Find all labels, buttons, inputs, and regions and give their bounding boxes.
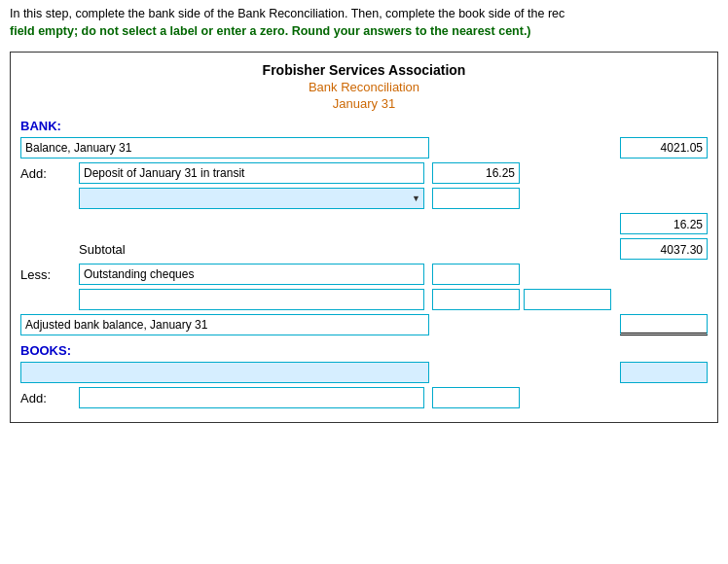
subtotal-value-display: 4037.30 <box>620 238 708 260</box>
less-subtotal-input[interactable] <box>524 289 611 310</box>
outstanding-value-input[interactable] <box>432 264 520 285</box>
instruction-line1: In this step, complete the bank side of … <box>10 7 564 20</box>
less-outstanding-row: Less: <box>20 264 708 285</box>
books-form-body: Add: <box>11 362 717 408</box>
form-title: Bank Reconciliation <box>11 80 717 94</box>
add-deposit-row: Add: <box>20 162 708 184</box>
add-item-value-input[interactable] <box>432 188 520 209</box>
add-label: Add: <box>20 166 79 181</box>
adjusted-label-input[interactable] <box>20 314 429 335</box>
less-empty-row <box>20 289 708 310</box>
adjusted-bank-row <box>20 314 708 335</box>
add-item-dropdown-wrapper[interactable] <box>79 188 424 209</box>
less-item-input[interactable] <box>79 289 424 310</box>
books-balance-value[interactable] <box>620 362 708 383</box>
less-label: Less: <box>20 267 79 282</box>
instruction-line2: field empty; do not select a label or en… <box>10 24 531 38</box>
add-total-row: 16.25 <box>20 213 708 234</box>
add-total-display: 16.25 <box>620 213 708 234</box>
books-balance-input[interactable] <box>20 362 429 383</box>
balance-row <box>20 137 708 159</box>
books-add-label: Add: <box>20 391 79 405</box>
books-add-input[interactable] <box>79 387 424 408</box>
form-date: January 31 <box>11 96 717 111</box>
deposit-label-input[interactable] <box>79 162 424 184</box>
deposit-value-input[interactable] <box>432 162 520 184</box>
company-name: Frobisher Services Association <box>11 62 717 78</box>
adjusted-value-input[interactable] <box>620 314 708 335</box>
books-add-value[interactable] <box>432 387 520 408</box>
subtotal-row: Subtotal 4037.30 <box>20 238 708 260</box>
books-add-row: Add: <box>20 387 708 408</box>
books-section-label: BOOKS: <box>20 343 708 358</box>
add-dropdown-row <box>20 188 708 209</box>
reconciliation-form: Frobisher Services Association Bank Reco… <box>10 52 718 423</box>
less-item-value-input[interactable] <box>432 289 520 310</box>
balance-value-input[interactable] <box>620 137 708 159</box>
add-item-dropdown[interactable] <box>79 188 424 209</box>
instruction-bar: In this step, complete the bank side of … <box>0 0 728 44</box>
balance-label-input[interactable] <box>20 137 429 159</box>
bank-section-label: BANK: <box>20 119 708 133</box>
books-balance-row <box>20 362 708 383</box>
subtotal-text: Subtotal <box>79 242 126 257</box>
bank-form-body: Add: 16.25 Subtotal 4037.30 <box>11 137 717 335</box>
form-header: Frobisher Services Association Bank Reco… <box>11 62 717 111</box>
outstanding-label-input[interactable] <box>79 264 424 285</box>
